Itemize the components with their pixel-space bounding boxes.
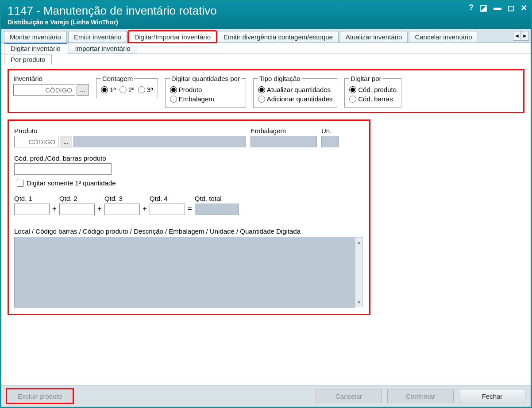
- embalagem-input[interactable]: [251, 136, 317, 147]
- tipo-digitacao-legend: Tipo digitação: [258, 75, 302, 82]
- window-subtitle: Distribuição e Varejo (Linha WinThor): [8, 19, 524, 26]
- content-area: Inventário ... Contagem 1ª 2ª 3ª Digi: [1, 65, 531, 385]
- scroll-up-icon[interactable]: ▴: [358, 239, 360, 245]
- tab-por-produto[interactable]: Por produto: [4, 54, 52, 65]
- qtd1-input[interactable]: [14, 204, 50, 215]
- sub-tabs-2: Por produto: [1, 54, 531, 65]
- digitar-por-group: Digitar por Cód. produto Cód. barras: [344, 75, 401, 108]
- list-scrollbar[interactable]: ▴ ▾: [355, 237, 363, 307]
- chk-primeira-qtd[interactable]: [17, 180, 24, 187]
- digitar-por-cod-barras[interactable]: Cód. barras: [349, 95, 397, 103]
- qty-row: Qtd. 1 + Qtd. 2 + Qtd. 3 + Qtd. 4 = Qtd.…: [14, 195, 364, 215]
- qtd-por-embalagem[interactable]: Embalagem: [170, 95, 241, 103]
- excluir-produto-button[interactable]: Excluir produto: [7, 389, 73, 403]
- titlebar: 1147 - Manutenção de inventário rotativo…: [1, 1, 531, 29]
- inventario-lookup-button[interactable]: ...: [77, 84, 89, 96]
- digitar-por-cod-produto[interactable]: Cód. produto: [349, 86, 397, 93]
- window-title: 1147 - Manutenção de inventário rotativo: [8, 4, 524, 18]
- qtd2-input[interactable]: [59, 204, 95, 215]
- list-area[interactable]: ▴ ▾: [14, 237, 355, 308]
- minimize-icon[interactable]: ▬: [493, 3, 501, 13]
- qtd-por-produto[interactable]: Produto: [170, 86, 241, 93]
- help-icon[interactable]: ?: [469, 3, 474, 13]
- qtd3-input[interactable]: [104, 204, 140, 215]
- qtd-total-input[interactable]: [195, 204, 239, 215]
- embalagem-label: Embalagem: [251, 127, 317, 135]
- tipo-adicionar[interactable]: Adicionar quantidades: [258, 95, 332, 103]
- cod-prod-barras-field: Cód. prod./Cód. barras produto: [14, 154, 364, 175]
- digitar-por-legend: Digitar por: [349, 75, 382, 82]
- contagem-group: Contagem 1ª 2ª 3ª: [96, 75, 158, 98]
- footer-bar: Excluir produto Cancelar Confirmar Fecha…: [1, 385, 531, 407]
- tipo-digitacao-group: Tipo digitação Atualizar quantidades Adi…: [253, 75, 337, 108]
- cancelar-button[interactable]: Cancelar: [316, 389, 382, 403]
- plus-icon: +: [143, 204, 147, 215]
- tab-cancelar[interactable]: Cancelar inventário: [409, 31, 478, 42]
- tab-divergencia[interactable]: Emitir divergência contagem/estoque: [218, 31, 339, 42]
- inventario-input[interactable]: [13, 84, 75, 96]
- cod-prod-barras-label: Cód. prod./Cód. barras produto: [14, 154, 364, 162]
- produto-field: Produto ...: [14, 127, 246, 147]
- tab-scroll: ◄ ►: [513, 31, 529, 41]
- tab-importar-inventario[interactable]: Importar inventário: [69, 43, 137, 54]
- scroll-down-icon[interactable]: ▾: [358, 299, 360, 305]
- produto-label: Produto: [14, 127, 246, 135]
- qtd3-label: Qtd. 3: [104, 195, 140, 202]
- fechar-button[interactable]: Fechar: [459, 389, 525, 403]
- cod-prod-barras-input[interactable]: [14, 163, 112, 175]
- tab-atualizar[interactable]: Atualizar inventário: [340, 31, 408, 42]
- contagem-2[interactable]: 2ª: [120, 86, 135, 93]
- tipo-atualizar[interactable]: Atualizar quantidades: [258, 86, 332, 93]
- tab-scroll-right-icon[interactable]: ►: [521, 31, 529, 41]
- list-header-label: Local / Código barras / Código produto /…: [14, 227, 364, 235]
- main-tabs: Montar inventário Emitir inventário Digi…: [1, 29, 531, 43]
- produto-code-input[interactable]: [14, 136, 58, 147]
- embalagem-field: Embalagem: [251, 127, 317, 147]
- qtd2-label: Qtd. 2: [59, 195, 95, 202]
- entry-panel: Produto ... Embalagem Un. Cód.: [8, 119, 370, 315]
- contagem-legend: Contagem: [101, 75, 134, 82]
- digitar-qtd-por-group: Digitar quantidades por Produto Embalage…: [165, 75, 246, 108]
- produto-lookup-button[interactable]: ...: [60, 136, 72, 147]
- un-field: Un.: [321, 127, 339, 147]
- qtd4-label: Qtd. 4: [150, 195, 185, 202]
- sub-tabs-1: Digitar inventário Importar inventário: [1, 43, 531, 54]
- window-controls: ? ◪ ▬ ◻ ✕: [469, 3, 527, 13]
- equals-icon: =: [188, 204, 192, 215]
- maximize-icon[interactable]: ◻: [508, 3, 514, 13]
- app-window: 1147 - Manutenção de inventário rotativo…: [1, 1, 531, 407]
- plus-icon: +: [97, 204, 102, 215]
- chk-primeira-qtd-row: Digitar somente 1ª quantidade: [17, 179, 364, 187]
- contagem-1[interactable]: 1ª: [101, 86, 116, 93]
- edit-icon[interactable]: ◪: [480, 3, 487, 13]
- tab-digitar-inventario[interactable]: Digitar inventário: [4, 43, 67, 54]
- tab-emitir[interactable]: Emitir inventário: [68, 31, 127, 42]
- chk-primeira-qtd-label: Digitar somente 1ª quantidade: [27, 179, 116, 187]
- close-icon[interactable]: ✕: [520, 3, 527, 13]
- contagem-3[interactable]: 3ª: [138, 86, 153, 93]
- qtd-total-label: Qtd. total: [195, 195, 239, 202]
- produto-desc-input[interactable]: [73, 136, 246, 147]
- inventario-label: Inventário: [13, 75, 89, 82]
- tab-digitar-importar[interactable]: Digitar/Importar inventário: [128, 31, 216, 42]
- qtd4-input[interactable]: [150, 204, 185, 215]
- qtd1-label: Qtd. 1: [14, 195, 50, 202]
- confirmar-button[interactable]: Confirmar: [387, 389, 454, 403]
- digitar-qtd-por-legend: Digitar quantidades por: [170, 75, 241, 82]
- un-label: Un.: [321, 127, 339, 135]
- tab-montar[interactable]: Montar inventário: [4, 31, 67, 42]
- plus-icon: +: [52, 204, 57, 215]
- inventario-block: Inventário ...: [13, 75, 89, 96]
- un-input[interactable]: [321, 136, 339, 147]
- tab-scroll-left-icon[interactable]: ◄: [513, 31, 521, 41]
- filter-panel: Inventário ... Contagem 1ª 2ª 3ª Digi: [8, 69, 524, 113]
